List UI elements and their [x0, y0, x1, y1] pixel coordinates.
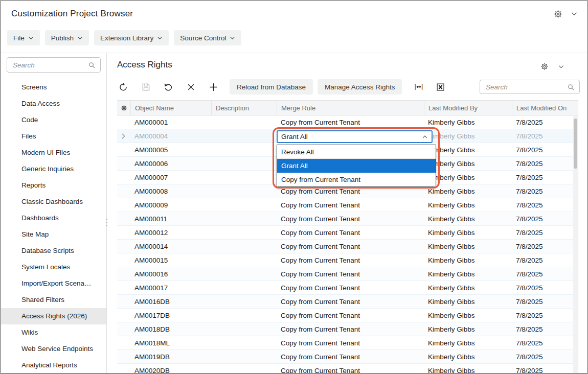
cell-object-name[interactable]: AM000017 [130, 284, 211, 292]
table-row[interactable]: AM0017DBCopy from Current TenantKimberly… [117, 309, 578, 322]
table-row[interactable]: AM0019DBCopy from Current TenantKimberly… [117, 350, 578, 364]
cell-last-modified-on[interactable]: 7/8/2025 [512, 256, 574, 264]
cell-last-modified-by[interactable]: Kimberly Gibbs [424, 201, 512, 209]
grid-search-input[interactable] [485, 83, 567, 91]
cell-object-name[interactable]: AM0020DB [130, 367, 211, 374]
merge-rule-combo[interactable]: Grant All [277, 130, 433, 143]
cell-last-modified-by[interactable]: Kimberly Gibbs [424, 146, 512, 154]
app-settings-button[interactable] [552, 8, 563, 19]
table-row[interactable]: AM0018DBCopy from Current TenantKimberly… [117, 322, 578, 336]
cell-last-modified-on[interactable]: 7/8/2025 [512, 339, 574, 347]
column-header-merge-rule[interactable]: Merge Rule [277, 101, 424, 115]
sidebar-item-web-service-endpoints[interactable]: Web Service Endpoints [1, 341, 106, 357]
cell-object-name[interactable]: AM000016 [130, 270, 211, 278]
cell-merge-rule[interactable]: Copy from Current Tenant [277, 339, 424, 347]
cell-object-name[interactable]: AM0018ML [130, 339, 211, 347]
cell-last-modified-by[interactable]: Kimberly Gibbs [424, 284, 512, 292]
sidebar-item-modern-ui-files[interactable]: Modern UI Files [1, 145, 106, 161]
table-row[interactable]: AM0020DBCopy from Current TenantKimberly… [117, 364, 578, 374]
dropdown-option-copy-from-current-tenant[interactable]: Copy from Current Tenant [277, 173, 436, 186]
cell-last-modified-on[interactable]: 7/8/2025 [512, 215, 574, 223]
menu-extension-library-button[interactable]: Extension Library [94, 30, 169, 45]
sidebar-item-system-locales[interactable]: System Locales [1, 259, 106, 275]
cell-last-modified-on[interactable]: 7/8/2025 [512, 229, 574, 237]
sidebar-item-import-export-scena[interactable]: Import/Export Scena… [1, 275, 106, 292]
app-menu-chevron-button[interactable] [569, 8, 580, 19]
cell-last-modified-on[interactable]: 7/8/2025 [512, 367, 574, 374]
cell-object-name[interactable]: AM000014 [130, 243, 211, 250]
sidebar-item-files[interactable]: Files [1, 128, 106, 145]
cell-last-modified-by[interactable]: Kimberly Gibbs [424, 229, 512, 237]
menu-source-control-button[interactable]: Source Control [174, 30, 241, 45]
sidebar-item-wikis[interactable]: Wikis [1, 324, 106, 341]
cell-last-modified-by[interactable]: Kimberly Gibbs [424, 174, 512, 181]
export-to-excel-button[interactable] [434, 80, 446, 94]
column-header-last-modified-by[interactable]: Last Modified By [424, 101, 512, 115]
cell-object-name[interactable]: AM000005 [130, 146, 211, 154]
sidebar-item-reports[interactable]: Reports [1, 177, 106, 194]
vertical-scrollbar[interactable] [573, 116, 578, 374]
table-row[interactable]: AM000012Copy from Current TenantKimberly… [117, 226, 578, 240]
fit-width-button[interactable] [413, 80, 425, 94]
sidebar-search-input[interactable] [12, 61, 88, 69]
sidebar-item-generic-inquiries[interactable]: Generic Inquiries [1, 161, 106, 177]
sidebar-item-site-map[interactable]: Site Map [1, 226, 106, 243]
cell-last-modified-on[interactable]: 7/8/2025 [512, 353, 574, 361]
cell-last-modified-on[interactable]: 7/8/2025 [512, 270, 574, 278]
cell-merge-rule[interactable]: Copy from Current Tenant [277, 312, 424, 319]
cell-last-modified-on[interactable]: 7/8/2025 [512, 312, 574, 319]
reload-from-database-button[interactable]: Reload from Database [230, 79, 313, 95]
cell-last-modified-by[interactable]: Kimberly Gibbs [424, 367, 512, 374]
sidebar-item-code[interactable]: Code [1, 112, 106, 128]
cancel-button[interactable] [185, 80, 197, 94]
sidebar-item-database-scripts[interactable]: Database Scripts [1, 243, 106, 259]
cell-object-name[interactable]: AM000009 [130, 201, 211, 209]
cell-merge-rule[interactable]: Copy from Current Tenant [277, 243, 424, 250]
cell-object-name[interactable]: AM000006 [130, 160, 211, 168]
cell-last-modified-by[interactable]: Kimberly Gibbs [424, 353, 512, 361]
cell-object-name[interactable]: AM000015 [130, 256, 211, 264]
cell-merge-rule[interactable]: Copy from Current Tenant [277, 284, 424, 292]
cell-last-modified-by[interactable]: Kimberly Gibbs [424, 188, 512, 195]
cell-last-modified-by[interactable]: Kimberly Gibbs [424, 132, 512, 140]
cell-object-name[interactable]: AM000012 [130, 229, 211, 237]
column-header-object-name[interactable]: Object Name [130, 101, 211, 115]
cell-last-modified-on[interactable]: 7/8/2025 [512, 201, 574, 209]
add-row-button[interactable] [207, 80, 219, 94]
cell-last-modified-by[interactable]: Kimberly Gibbs [424, 119, 512, 126]
cell-last-modified-by[interactable]: Kimberly Gibbs [424, 270, 512, 278]
row-expander[interactable] [117, 133, 130, 139]
panel-menu-chevron-button[interactable] [555, 61, 567, 72]
cell-last-modified-on[interactable]: 7/8/2025 [512, 119, 574, 126]
table-row[interactable]: AM000017Copy from Current TenantKimberly… [117, 281, 578, 295]
cell-last-modified-by[interactable]: Kimberly Gibbs [424, 160, 512, 168]
panel-settings-button[interactable] [539, 61, 550, 72]
cell-object-name[interactable]: AM0017DB [130, 312, 211, 319]
cell-last-modified-by[interactable]: Kimberly Gibbs [424, 256, 512, 264]
cell-object-name[interactable]: AM000004 [130, 132, 211, 140]
cell-object-name[interactable]: AM0018DB [130, 325, 211, 333]
table-row[interactable]: AM0018MLCopy from Current TenantKimberly… [117, 336, 578, 350]
chevron-up-icon[interactable] [422, 134, 428, 140]
table-row[interactable]: AM000009Copy from Current TenantKimberly… [117, 198, 578, 212]
table-row[interactable]: AM000001Copy from Current TenantKimberly… [117, 115, 578, 129]
cell-last-modified-by[interactable]: Kimberly Gibbs [424, 325, 512, 333]
cell-last-modified-on[interactable]: 7/8/2025 [512, 325, 574, 333]
cell-merge-rule[interactable]: Copy from Current Tenant [277, 229, 424, 237]
table-row[interactable]: AM0016DBCopy from Current TenantKimberly… [117, 295, 578, 309]
scrollbar-thumb[interactable] [574, 119, 577, 169]
column-settings-header[interactable] [117, 101, 130, 115]
menu-publish-button[interactable]: Publish [45, 30, 89, 45]
column-header-last-modified-on[interactable]: Last Modified On [512, 101, 574, 115]
cell-object-name[interactable]: AM000011 [130, 215, 211, 223]
cell-last-modified-on[interactable]: 7/8/2025 [512, 188, 574, 195]
cell-last-modified-on[interactable]: 7/8/2025 [512, 146, 574, 154]
cell-merge-rule[interactable]: Copy from Current Tenant [277, 256, 424, 264]
cell-merge-rule[interactable]: Copy from Current Tenant [277, 201, 424, 209]
cell-last-modified-on[interactable]: 7/8/2025 [512, 174, 574, 181]
cell-last-modified-on[interactable]: 7/8/2025 [512, 132, 574, 140]
cell-last-modified-by[interactable]: Kimberly Gibbs [424, 339, 512, 347]
sidebar-item-classic-dashboards[interactable]: Classic Dashboards [1, 194, 106, 210]
sidebar-item-dashboards[interactable]: Dashboards [1, 210, 106, 226]
cell-last-modified-by[interactable]: Kimberly Gibbs [424, 243, 512, 250]
